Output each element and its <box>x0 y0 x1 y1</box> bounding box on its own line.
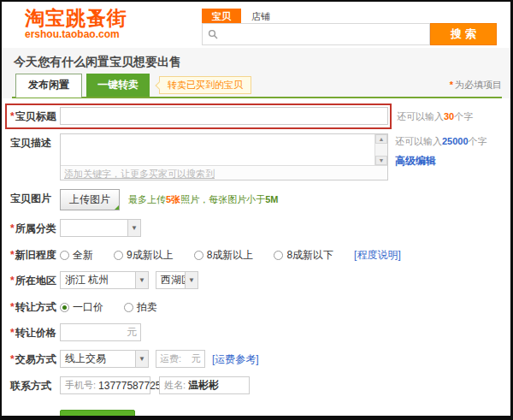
logo[interactable]: 淘宝跳蚤街 ershou.taobao.com <box>25 8 127 48</box>
condition-option-below-80[interactable]: 8成新以下 <box>274 245 333 263</box>
keyword-hint-link[interactable]: 添加关键字，让更多买家可以搜索到 <box>61 165 387 180</box>
tab-publish-idle[interactable]: 发布闲置 <box>15 74 82 98</box>
page-frame: 淘宝跳蚤街 ershou.taobao.com 宝贝 店铺 搜 索 今天 <box>0 0 513 420</box>
description-label: 宝贝描述 <box>10 133 60 151</box>
radio-icon[interactable] <box>124 303 133 312</box>
sale-type-auction[interactable]: 拍卖 <box>124 298 157 315</box>
row-location: *所在地区 浙江 杭州 ▼ 西湖区 ▼ <box>2 267 510 293</box>
required-note: *为必填项目 <box>450 79 502 92</box>
price-label: *转让价格 <box>10 323 60 340</box>
search-tabs: 宝贝 店铺 <box>202 9 497 23</box>
phone-input[interactable]: 手机号: 13777587725 <box>60 376 150 394</box>
sale-type-fixed-price[interactable]: 一口价 <box>60 298 103 315</box>
location-label: *所在地区 <box>10 271 60 288</box>
row-category: *所属分类 ▼ <box>2 215 510 241</box>
chevron-down-icon[interactable]: ▼ <box>135 272 148 288</box>
page-title: 今天您有什么闲置宝贝想要出售 <box>14 55 502 70</box>
chevron-down-icon[interactable]: ▼ <box>185 272 198 288</box>
price-input[interactable] <box>64 327 127 339</box>
row-trade: *交易方式 线上交易 ▼ 运费: 元 [运费参考] <box>2 346 510 372</box>
radio-icon[interactable] <box>194 251 203 260</box>
freight-reference-link[interactable]: [运费参考] <box>212 350 259 367</box>
intro-band: 今天您有什么闲置宝贝想要出售 发布闲置 一键转卖 转卖已买到的宝贝 *为必填项目 <box>2 48 510 98</box>
name-prefix: 姓名: <box>164 379 186 392</box>
required-asterisk: * <box>10 275 15 287</box>
search-tab-item[interactable]: 宝贝 <box>202 9 241 23</box>
scroll-up-icon[interactable]: ▲ <box>375 134 387 144</box>
radio-icon[interactable] <box>274 251 283 260</box>
category-select[interactable]: ▼ <box>60 219 141 237</box>
phone-prefix: 手机号: <box>65 379 96 392</box>
publish-now-button[interactable]: 立即发布 <box>60 410 135 420</box>
freight-input[interactable]: 运费: 元 <box>156 350 205 368</box>
description-scrollbar[interactable]: ▲ ▼ <box>374 134 387 165</box>
required-asterisk: * <box>10 110 15 122</box>
row-sale-type: *转让方式 一口价 拍卖 <box>2 293 510 319</box>
trade-select[interactable]: 线上交易 ▼ <box>60 350 149 368</box>
freight-unit: 元 <box>192 352 201 365</box>
description-chars-remaining: 25000 <box>442 136 469 146</box>
listing-form: *宝贝标题 还可以输入30个字 宝贝描述 ▲ ▼ 添加关键字，让更多买家可以搜索… <box>2 98 510 420</box>
radio-icon[interactable] <box>60 251 69 260</box>
row-contact: 联系方式 手机号: 13777587725 姓名: 温彬彬 <box>2 372 510 399</box>
condition-option-80[interactable]: 8成新以上 <box>194 245 254 263</box>
phone-value: 13777587725 <box>98 380 161 392</box>
required-asterisk: * <box>10 327 15 339</box>
title-chars-remaining: 30 <box>444 111 454 121</box>
name-input[interactable]: 姓名: 温彬彬 <box>159 376 250 394</box>
search-tab-shop[interactable]: 店铺 <box>241 9 280 23</box>
trade-value: 线上交易 <box>61 352 135 366</box>
condition-option-new[interactable]: 全新 <box>60 245 93 263</box>
freight-label: 运费: <box>160 352 181 365</box>
condition-help-link[interactable]: [程度说明] <box>354 245 401 263</box>
title-char-hint: 还可以输入30个字 <box>397 107 473 123</box>
row-price: *转让价格 元 <box>2 319 510 346</box>
submit-row: 立即发布 <box>60 410 510 420</box>
trade-label: *交易方式 <box>10 350 60 367</box>
chevron-down-icon[interactable]: ▼ <box>127 220 140 236</box>
radio-icon[interactable] <box>60 303 69 312</box>
required-asterisk: * <box>10 249 15 261</box>
required-asterisk: * <box>450 80 453 90</box>
chevron-down-icon[interactable]: ▼ <box>135 351 148 367</box>
search-input[interactable] <box>222 28 424 40</box>
required-asterisk: * <box>10 222 15 234</box>
price-unit: 元 <box>127 325 137 340</box>
required-asterisk: * <box>10 301 15 313</box>
required-asterisk: * <box>10 353 15 365</box>
name-value: 温彬彬 <box>188 378 219 393</box>
row-title: *宝贝标题 还可以输入30个字 <box>2 103 510 129</box>
district-value: 西湖区 <box>156 273 185 287</box>
max-size: 5M <box>265 194 278 204</box>
price-input-wrap: 元 <box>60 323 141 341</box>
province-city-value: 浙江 杭州 <box>61 273 135 287</box>
title-input[interactable] <box>60 107 388 125</box>
tab-bar: 发布闲置 一键转卖 转卖已买到的宝贝 *为必填项目 <box>12 78 502 98</box>
tab-one-click-resell[interactable]: 一键转卖 <box>86 74 150 97</box>
magnifier-icon <box>208 29 218 39</box>
title-label: *宝贝标题 <box>10 107 60 124</box>
sale-type-label: *转让方式 <box>10 298 60 315</box>
category-label: *所属分类 <box>10 219 60 236</box>
search-bar: 搜 索 <box>202 23 497 45</box>
district-select[interactable]: 西湖区 ▼ <box>156 271 198 289</box>
required-note-text: 为必填项目 <box>455 80 502 90</box>
contact-label: 联系方式 <box>10 376 60 393</box>
row-description: 宝贝描述 ▲ ▼ 添加关键字，让更多买家可以搜索到 还可以输入25000个字 高… <box>2 129 510 185</box>
upload-image-button[interactable]: 上传图片 <box>60 189 120 210</box>
resell-ribbon[interactable]: 转卖已买到的宝贝 <box>159 76 251 94</box>
images-hint: 最多上传5张照片，每张图片小于5M <box>128 189 278 206</box>
header: 淘宝跳蚤街 ershou.taobao.com 宝贝 店铺 搜 索 <box>2 2 510 48</box>
scroll-down-icon[interactable]: ▼ <box>375 156 387 165</box>
description-side-hints: 还可以输入25000个字 高级编辑 <box>395 133 487 169</box>
logo-subtitle: ershou.taobao.com <box>25 28 127 40</box>
province-city-select[interactable]: 浙江 杭州 ▼ <box>60 271 149 289</box>
condition-label: *新旧程度 <box>10 245 60 263</box>
advanced-edit-link[interactable]: 高级编辑 <box>395 154 436 169</box>
radio-icon[interactable] <box>114 251 123 260</box>
row-condition: *新旧程度 全新 9成新以上 8成新以上 8成新以下 [程度说明] <box>2 241 510 267</box>
condition-option-90[interactable]: 9成新以上 <box>114 245 174 263</box>
search-widget: 宝贝 店铺 搜 索 <box>202 9 497 48</box>
search-button[interactable]: 搜 索 <box>430 23 497 45</box>
description-textarea[interactable] <box>61 134 374 165</box>
